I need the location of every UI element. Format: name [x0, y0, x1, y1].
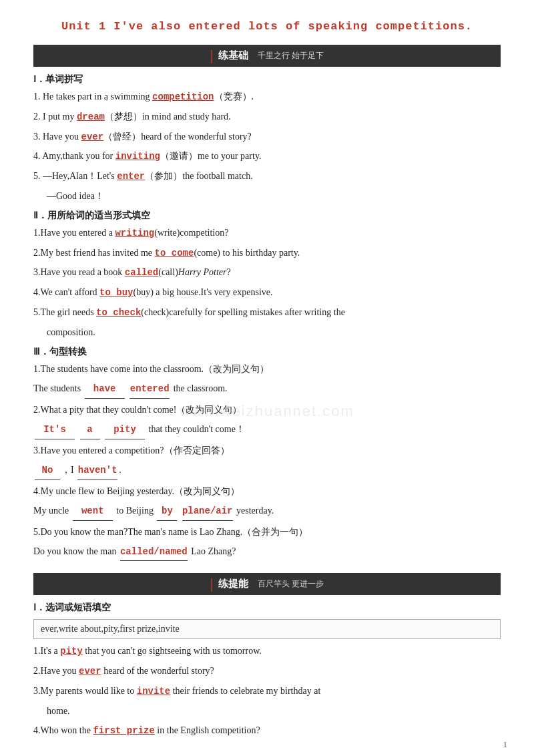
ex1-5-answer: enter — [117, 171, 145, 182]
ex1-2: 2. I put my dream（梦想）in mind and study h… — [33, 109, 501, 126]
section1-header: | 练基础 千里之行 始于足下 — [33, 45, 501, 67]
section1-subheader: 千里之行 始于足下 — [258, 50, 324, 61]
ex1-2-num: 2. — [33, 112, 41, 122]
ex4-2: 2.Have you ever heard of the wonderful s… — [33, 663, 501, 680]
ex2-4: 4.We can't afford to buy(buy) a big hous… — [33, 285, 501, 301]
page-title: Unit 1 I've also entered lots of speakin… — [33, 20, 501, 33]
ex3-2-ans3: pity — [105, 421, 145, 439]
ex3-5-a: Do you know the man called/named Lao Zha… — [33, 543, 501, 561]
ex4-3-answer: invite — [137, 686, 170, 697]
ex1-5: 5. —Hey,Alan！Let's enter（参加）the football… — [33, 168, 501, 185]
ex3-4-q: 4.My uncle flew to Beijing yesterday.（改为… — [33, 484, 501, 500]
ex1-4-num: 4. — [33, 151, 41, 161]
ex2-3: 3.Have you read a book called(call)Harry… — [33, 264, 501, 281]
ex1-4: 4. Amy,thank you for inviting（邀请）me to y… — [33, 148, 501, 165]
ex3-4-ans3: plane/air — [182, 503, 233, 520]
ex3-2-ans2: a — [80, 421, 100, 439]
ex1-4-answer: inviting — [115, 151, 160, 162]
ex3-3-ans2: haven't — [77, 462, 117, 480]
ex1-2-answer: dream — [77, 112, 105, 122]
ex2-5-continued: composition. — [47, 325, 501, 341]
ex3-5-q: 5.Do you know the man?The man's name is … — [33, 524, 501, 540]
roman3-title: Ⅲ．句型转换 — [33, 346, 501, 358]
ex3-2-ans1: It's — [35, 421, 75, 439]
ex3-1-ans1: have — [85, 381, 125, 398]
ex2-5-answer: to check — [96, 307, 141, 318]
ex3-1-q: 1.The students have come into the classr… — [33, 361, 501, 377]
ex2-5: 5.The girl needs to check(check)carefull… — [33, 305, 501, 321]
ex1-1-answer: competition — [152, 91, 214, 102]
section1-header-text: 练基础 — [218, 49, 248, 62]
ex3-1-ans2: entered — [129, 381, 170, 398]
roman1-title: Ⅰ．单词拼写 — [33, 73, 501, 85]
ex2-1-answer: writing — [115, 228, 154, 238]
roman2-title: Ⅱ．用所给词的适当形式填空 — [33, 210, 501, 222]
ex2-4-answer: to buy — [99, 287, 133, 298]
ex2-1: 1.Have you entered a writing(write)compe… — [33, 225, 501, 242]
ex4-2-answer: ever — [79, 666, 101, 677]
ex4-1: 1.It's a pity that you can't go sightsee… — [33, 643, 501, 660]
ex3-2-a: It's a pity that they couldn't come！ — [33, 421, 501, 439]
ex3-4-a: My uncle went to Beijing by plane/air ye… — [33, 502, 501, 520]
ex3-4-ans1: went — [73, 503, 113, 520]
ex3-3-q: 3.Have you entered a competition?（作否定回答） — [33, 443, 501, 459]
page-number: 1 — [503, 739, 508, 750]
vocab-box: ever,write about,pity,first prize,invite — [33, 619, 501, 639]
ex4-4: 4.Who won the first prize in the English… — [33, 723, 501, 739]
ex3-5-ans1: called/named — [120, 544, 188, 561]
ex1-3-num: 3. — [33, 132, 41, 142]
section2-bar-icon: | — [210, 576, 213, 592]
section2-header: | 练提能 百尺竿头 更进一步 — [33, 573, 501, 595]
ex1-1-num: 1. — [33, 91, 41, 102]
ex3-2-q: 2.What a pity that they couldn't come!（改… — [33, 402, 501, 418]
good-idea-text: —Good idea！ — [47, 188, 501, 204]
roman4-title: Ⅰ．选词或短语填空 — [33, 602, 501, 614]
ex4-4-answer: first prize — [93, 725, 154, 736]
ex2-3-italic: Harry Potter — [178, 267, 227, 277]
ex3-3-ans1: No — [35, 462, 60, 480]
ex3-4-ans2: by — [157, 503, 177, 520]
ex1-3: 3. Have you ever（曾经）heard of the wonderf… — [33, 129, 501, 146]
ex4-1-answer: pity — [60, 646, 83, 656]
ex3-1-a: The students have entered the classroom. — [33, 380, 501, 398]
section1-bar-icon: | — [210, 48, 213, 63]
ex4-3: 3.My parents would like to invite their … — [33, 683, 501, 700]
ex4-3-continued: home. — [47, 703, 501, 719]
ex1-5-num: 5. — [33, 171, 41, 181]
ex2-2: 2.My best friend has invited me to come(… — [33, 245, 501, 262]
section2-subheader: 百尺竿头 更进一步 — [258, 578, 324, 590]
ex1-1: 1. He takes part in a swimming competiti… — [33, 89, 501, 106]
section2-header-text: 练提能 — [218, 578, 248, 590]
ex3-3-a: No，I haven't. — [33, 461, 501, 480]
ex1-3-answer: ever — [81, 132, 104, 142]
ex2-2-answer: to come — [155, 248, 194, 258]
ex2-3-answer: called — [125, 267, 158, 278]
